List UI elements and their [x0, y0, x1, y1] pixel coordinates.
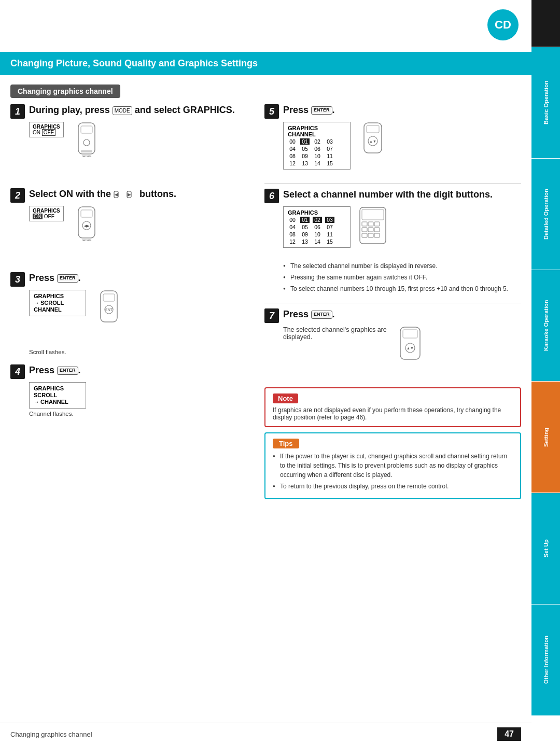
step-3: 3 Press ENTER. GRAPHICS →SCROLL CHANNEL — [10, 272, 254, 355]
svg-text:▶: ▶ — [128, 192, 131, 197]
step-5-illustration: GRAPHICS CHANNEL 00 01 02 03 04 05 06 — [283, 122, 521, 174]
svg-rect-31 — [368, 233, 373, 237]
step-3-number: 3 — [10, 272, 25, 287]
step-2-remote: ◀▶ remote — [68, 206, 104, 263]
step-5-number: 5 — [264, 104, 279, 119]
enter-btn-7: ENTER — [311, 311, 332, 319]
step-7-header: 7 Press ENTER. — [264, 308, 521, 323]
step-4: 4 Press ENTER. GRAPHICS SCROLL →CHANNEL … — [10, 364, 254, 417]
svg-point-2 — [83, 139, 90, 146]
tips-box: Tips If the power to the player is cut, … — [264, 432, 521, 499]
step2-screen: GRAPHICS ON OFF — [29, 206, 64, 221]
step6-row4: 12 13 14 15 — [288, 238, 346, 245]
enter-btn-3: ENTER — [57, 274, 78, 283]
step-3-note: Scroll flashes. — [29, 349, 254, 355]
step5-channel-display: GRAPHICS CHANNEL 00 01 02 03 04 05 06 — [283, 122, 351, 170]
header-bar: Changing Picture, Sound Quality and Grap… — [0, 52, 531, 75]
svg-rect-19 — [367, 125, 379, 133]
right-column: 5 Press ENTER. GRAPHICS CHANNEL 00 01 02… — [264, 104, 521, 499]
menu3-line2: →SCROLL — [34, 300, 81, 306]
svg-rect-32 — [374, 233, 380, 237]
footer-text: Changing graphics channel — [10, 730, 92, 738]
step5-row2: 04 05 06 07 — [288, 146, 346, 152]
step-2-illustration: GRAPHICS ON OFF ◀▶ remote — [29, 206, 254, 263]
step-4-note: Channel flashes. — [29, 411, 254, 417]
svg-text:ENT: ENT — [105, 308, 113, 312]
tab-basic-operation[interactable]: Basic Operation — [531, 47, 560, 158]
step-3-remote: ENT — [90, 290, 127, 347]
step-6-text: Select a channel number with the digit b… — [283, 189, 493, 201]
step-6-remote — [355, 206, 391, 258]
step-5-header: 5 Press ENTER. — [264, 104, 521, 119]
footer-page: 47 — [497, 727, 521, 741]
tab-karaoke-operation[interactable]: Karaoke Operation — [531, 270, 560, 381]
step-7-remote: ▲▼ — [391, 326, 430, 378]
step-2-number: 2 — [10, 188, 25, 203]
svg-rect-28 — [368, 228, 373, 232]
svg-text:▲▼: ▲▼ — [369, 139, 376, 143]
svg-rect-30 — [362, 233, 367, 237]
tips-bullet-2: To return to the previous display, press… — [273, 482, 513, 491]
step-7: 7 Press ENTER. The selected channel's gr… — [264, 308, 521, 378]
cd-badge: CD — [487, 9, 519, 40]
step-5-text: Press ENTER. — [283, 104, 335, 116]
svg-rect-25 — [368, 222, 373, 226]
bullet-2: Pressing the same number again switches … — [283, 273, 521, 282]
mode-icon: MODE — [113, 106, 132, 115]
step6-channel-display: GRAPHICS 00 01 02 03 04 05 06 07 — [283, 206, 351, 248]
bullet-1: The selected channel number is displayed… — [283, 261, 521, 271]
page-title: Changing Picture, Sound Quality and Grap… — [10, 58, 258, 68]
note-box: Note If graphics are not displayed even … — [264, 387, 521, 427]
note-text: If graphics are not displayed even if yo… — [273, 406, 513, 421]
section-label: Changing graphics channel — [10, 85, 120, 98]
step-1: 1 During play, press MODE and select GRA… — [10, 104, 254, 179]
svg-rect-34 — [403, 330, 417, 338]
svg-text:remote: remote — [81, 238, 91, 242]
note-header: Note — [273, 393, 298, 403]
step-2: 2 Select ON with the ◀ ▶ buttons. — [10, 188, 254, 263]
divider-1 — [264, 183, 521, 184]
step-3-text: Press ENTER. — [29, 272, 81, 284]
step-7-illustration: The selected channel's graphics are disp… — [283, 326, 521, 378]
black-bar-top — [531, 0, 560, 47]
step-6-number: 6 — [264, 189, 279, 203]
step-3-illustration: GRAPHICS →SCROLL CHANNEL ENT — [29, 290, 254, 347]
tab-set-up[interactable]: Set Up — [531, 493, 560, 604]
svg-rect-3 — [81, 150, 92, 152]
step3-menu: GRAPHICS →SCROLL CHANNEL — [29, 290, 86, 316]
left-arrow-icon: ◀ — [114, 191, 124, 198]
step-5-remote: ▲▼ — [355, 122, 391, 174]
svg-rect-22 — [360, 207, 386, 244]
tab-detailed-operation[interactable]: Detailed Operation — [531, 158, 560, 270]
menu3-line1: GRAPHICS — [34, 293, 81, 299]
step-7-text: Press ENTER. — [283, 308, 335, 320]
step-4-illustration: GRAPHICS SCROLL →CHANNEL — [29, 382, 254, 409]
svg-text:▲▼: ▲▼ — [407, 346, 414, 350]
svg-rect-10 — [81, 210, 92, 217]
step-6-bullets: The selected channel number is displayed… — [283, 261, 521, 293]
step-6: 6 Select a channel number with the digit… — [264, 189, 521, 293]
step-6-illustration: GRAPHICS 00 01 02 03 04 05 06 07 — [283, 206, 521, 258]
step-1-number: 1 — [10, 104, 25, 119]
footer: Changing graphics channel 47 — [0, 723, 531, 745]
right-arrow-icon: ▶ — [127, 191, 137, 198]
svg-rect-15 — [103, 294, 115, 301]
step-7-description: The selected channel's graphics are disp… — [283, 326, 387, 341]
bullet-3: To select channel numbers 10 through 15,… — [283, 284, 521, 293]
step6-row1: 00 01 02 03 — [288, 217, 346, 223]
step6-row2: 04 05 06 07 — [288, 224, 346, 230]
divider-2 — [264, 303, 521, 303]
step-4-text: Press ENTER. — [29, 364, 81, 376]
step5-row3: 08 09 10 11 — [288, 153, 346, 159]
svg-text:remote: remote — [81, 154, 91, 158]
tab-setting[interactable]: Setting — [531, 381, 560, 493]
step-4-number: 4 — [10, 364, 25, 379]
menu3-line3: CHANNEL — [34, 306, 81, 313]
svg-text:◀▶: ◀▶ — [84, 224, 90, 228]
right-tab-bar: Basic Operation Detailed Operation Karao… — [531, 47, 560, 715]
cd-label: CD — [495, 18, 511, 32]
step-2-text: Select ON with the ◀ ▶ buttons. — [29, 188, 176, 200]
tab-other-information[interactable]: Other Information — [531, 604, 560, 715]
step-7-number: 7 — [264, 308, 279, 323]
step-2-header: 2 Select ON with the ◀ ▶ buttons. — [10, 188, 254, 203]
